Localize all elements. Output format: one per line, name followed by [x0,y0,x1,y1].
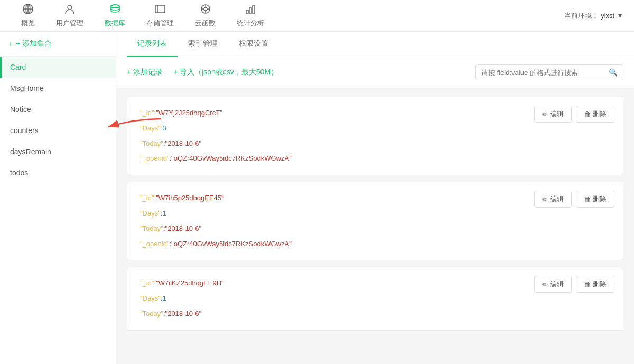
sidebar-item-daysremain[interactable]: daysRemain [0,141,116,162]
edit-button[interactable]: ✏ 编辑 [534,191,572,208]
record-actions: ✏ 编辑 🗑 删除 [534,191,614,208]
edit-icon: ✏ [542,195,548,203]
stats-icon [245,3,256,16]
edit-button[interactable]: ✏ 编辑 [534,106,572,123]
user-mgmt-icon [64,3,76,16]
env-value: ylxst [601,12,614,20]
nav-user-mgmt[interactable]: 用户管理 [45,0,94,32]
import-label: + 导入（json或csv，最大50M） [173,68,278,77]
field-key: "Today" [140,225,163,232]
tab-records-label: 记录列表 [137,39,167,48]
delete-label: 删除 [593,279,607,289]
edit-label: 编辑 [550,194,564,204]
svg-point-6 [111,5,119,8]
field-value: :"oQZr40GvWay5idc7RKzSodkWGwzA" [170,240,292,248]
delete-icon: 🗑 [584,110,591,118]
sidebar-item-card-label: Card [10,63,26,71]
svg-rect-15 [249,8,251,13]
sidebar-item-card[interactable]: Card [0,57,116,78]
sidebar-item-todos[interactable]: todos [0,162,116,183]
nav-database[interactable]: 数据库 [94,0,136,32]
add-record-label: + 添加记录 [127,68,163,77]
table-row: ✏ 编辑 🗑 删除 "_id":"W7Yj2J25dhqgCrcT" "Days… [127,97,623,175]
list-item: "Days":1 [140,293,610,304]
delete-button[interactable]: 🗑 删除 [576,276,614,293]
list-item: "Today":"2018-10-6" [140,309,610,320]
list-item: "Today":"2018-10-6" [140,138,610,150]
record-actions: ✏ 编辑 🗑 删除 [534,276,614,293]
field-key: "_openid" [140,154,170,162]
delete-button[interactable]: 🗑 删除 [576,191,614,208]
sidebar-item-counters[interactable]: counters [0,120,116,141]
list-item: "_openid":"oQZr40GvWay5idc7RKzSodkWGwzA" [140,153,610,164]
field-value: :"W7iiKZ25dhqgEE9H" [154,279,224,287]
sidebar-item-todos-label: todos [10,169,28,177]
nav-storage[interactable]: 存储管理 [136,0,184,32]
delete-icon: 🗑 [584,281,591,288]
svg-point-4 [68,5,72,10]
records-list: ✏ 编辑 🗑 删除 "_id":"W7Yj2J25dhqgCrcT" "Days… [116,88,634,364]
edit-icon: ✏ [542,281,548,288]
top-nav: 概览 用户管理 数据库 存储管理 [0,0,634,32]
field-key: "Today" [140,139,163,147]
nav-overview-label: 概览 [21,18,35,28]
field-key: "_id" [140,194,154,202]
search-input[interactable] [481,69,609,77]
sidebar-item-msghome-label: MsgHome [10,84,44,92]
svg-rect-14 [246,10,248,13]
add-record-button[interactable]: + 添加记录 [127,68,163,77]
nav-user-mgmt-label: 用户管理 [56,18,83,28]
nav-stats[interactable]: 统计分析 [226,0,275,32]
field-key: "_openid" [140,240,170,248]
list-item: "_openid":"oQZr40GvWay5idc7RKzSodkWGwzA" [140,239,610,250]
env-dropdown-icon: ▼ [617,12,623,20]
field-key: "_id" [140,279,154,287]
delete-button[interactable]: 🗑 删除 [576,106,614,123]
list-item: "Days":3 [140,123,610,134]
field-value: :"2018-10-6" [163,139,201,147]
delete-icon: 🗑 [584,195,591,203]
add-collection-button[interactable]: + + 添加集合 [0,32,116,57]
tab-bar: 记录列表 索引管理 权限设置 [116,32,634,57]
list-item: "Today":"2018-10-6" [140,223,610,235]
field-key: "Days" [140,124,161,132]
field-value: :1 [161,294,166,302]
env-selector[interactable]: 当前环境： ylxst ▼ [564,11,623,21]
svg-rect-16 [253,6,255,13]
sidebar-item-msghome[interactable]: MsgHome [0,78,116,99]
tab-index[interactable]: 索引管理 [178,32,228,57]
record-actions: ✏ 编辑 🗑 删除 [534,106,614,123]
add-collection-label: + 添加集合 [16,39,52,49]
nav-cloud-func[interactable]: 云函数 [184,0,226,32]
field-value: :"2018-10-6" [163,225,201,232]
nav-cloud-func-label: 云函数 [195,18,216,28]
sidebar-item-counters-label: counters [10,126,39,135]
table-row: ✏ 编辑 🗑 删除 "_id":"W7ih5p25dhqgEE45" "Days… [127,182,623,260]
search-icon: 🔍 [609,68,618,77]
field-value: :"W7Yj2J25dhqgCrcT" [154,109,222,117]
edit-button[interactable]: ✏ 编辑 [534,276,572,293]
env-label: 当前环境： [564,11,599,21]
sidebar-item-notice-label: Notice [10,105,31,114]
storage-icon [154,3,166,16]
nav-database-label: 数据库 [105,18,125,28]
field-key: "Today" [140,310,163,318]
sidebar: + + 添加集合 Card MsgHome Notice counters da… [0,32,116,364]
svg-rect-7 [155,5,165,13]
field-value: :"oQZr40GvWay5idc7RKzSodkWGwzA" [170,154,292,162]
tab-records[interactable]: 记录列表 [127,32,178,57]
cloud-func-icon [200,3,211,16]
field-key: "_id" [140,109,154,117]
database-icon [109,3,121,16]
table-row: ✏ 编辑 🗑 删除 "_id":"W7iiKZ25dhqgEE9H" "Days… [127,267,623,330]
nav-overview[interactable]: 概览 [11,0,45,32]
import-button[interactable]: + 导入（json或csv，最大50M） [173,68,278,77]
add-plus-icon: + [8,40,13,48]
tab-permissions[interactable]: 权限设置 [228,32,279,57]
search-box[interactable]: 🔍 [476,64,623,80]
sidebar-item-notice[interactable]: Notice [0,99,116,120]
edit-label: 编辑 [550,109,564,119]
list-item: "Days":1 [140,208,610,219]
delete-label: 删除 [593,109,607,119]
field-value: :1 [161,209,166,217]
